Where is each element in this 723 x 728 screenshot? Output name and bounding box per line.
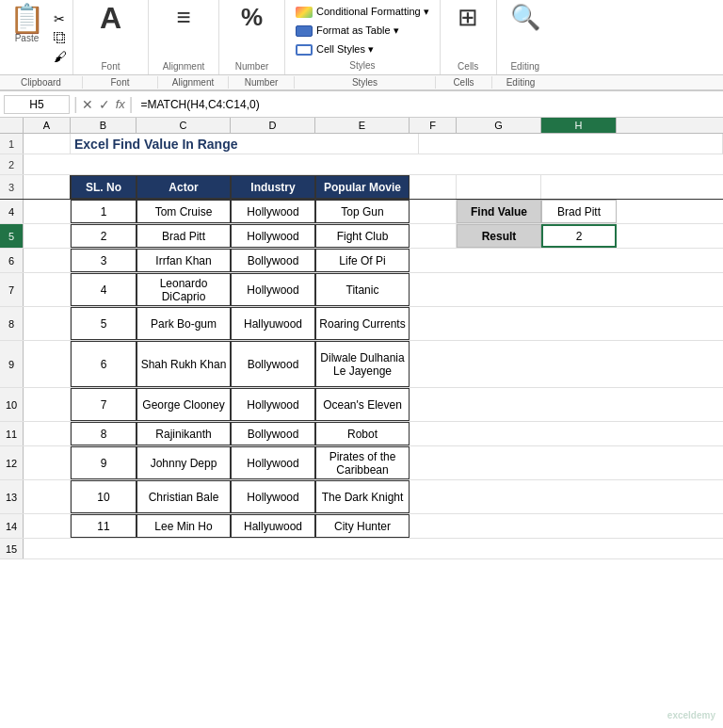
cell-e8[interactable]: Roaring Currents [315, 307, 410, 340]
col-header-e[interactable]: E [315, 118, 410, 133]
cell-e11[interactable]: Robot [315, 422, 410, 445]
sheet-row-11: 11 8 Rajinikanth Bollywood Robot [0, 422, 723, 446]
col-header-g[interactable]: G [457, 118, 541, 133]
cancel-formula-button[interactable]: ✕ [82, 97, 93, 112]
cell-e12[interactable]: Pirates of the Caribbean [315, 446, 410, 479]
cell-c4[interactable]: Tom Cruise [137, 200, 231, 223]
formula-input[interactable] [137, 96, 720, 113]
cell-d9[interactable]: Bollywood [231, 341, 315, 387]
col-header-b[interactable]: B [71, 118, 137, 133]
cell-d7[interactable]: Hollywood [231, 273, 315, 306]
cell-e14[interactable]: City Hunter [315, 514, 410, 538]
format-as-table-button[interactable]: Format as Table ▾ [293, 23, 432, 39]
col-header-c[interactable]: C [137, 118, 231, 133]
cell-a5[interactable] [24, 224, 71, 248]
cell-d4[interactable]: Hollywood [231, 200, 315, 223]
cell-c13[interactable]: Christian Bale [137, 480, 231, 513]
cell-d11[interactable]: Bollywood [231, 422, 315, 445]
cell-d5[interactable]: Hollywood [231, 224, 315, 248]
cell-e6[interactable]: Life Of Pi [315, 249, 410, 272]
cut-button[interactable]: ✂ [52, 10, 69, 27]
cell-c14[interactable]: Lee Min Ho [137, 514, 231, 538]
cell-b6[interactable]: 3 [71, 249, 137, 272]
cell-e13[interactable]: The Dark Knight [315, 480, 410, 513]
cell-g4-find-label[interactable]: Find Value [457, 200, 541, 223]
cell-b1[interactable]: Excel Find Value In Range [71, 134, 419, 154]
col-header-h[interactable]: H [541, 118, 617, 133]
cell-c9[interactable]: Shah Rukh Khan [137, 341, 231, 387]
cell-a12[interactable] [24, 446, 71, 479]
cell-a1[interactable] [24, 134, 71, 154]
cell-e5[interactable]: Fight Club [315, 224, 410, 248]
cell-d13[interactable]: Hollywood [231, 480, 315, 513]
cell-c12[interactable]: Johnny Depp [137, 446, 231, 479]
cell-e9[interactable]: Dilwale Dulhania Le Jayenge [315, 341, 410, 387]
cell-reference-box[interactable]: H5 [4, 95, 70, 114]
cell-b10[interactable]: 7 [71, 388, 137, 421]
format-painter-button[interactable]: 🖌 [52, 48, 69, 65]
cell-g5-result-label[interactable]: Result [457, 224, 541, 248]
cell-b14[interactable]: 11 [71, 514, 137, 538]
paste-button[interactable]: 📋 Paste [4, 3, 50, 72]
cell-c10[interactable]: George Clooney [137, 388, 231, 421]
cell-b7[interactable]: 4 [71, 273, 137, 306]
cell-a8[interactable] [24, 307, 71, 340]
cell-b8[interactable]: 5 [71, 307, 137, 340]
cell-a6[interactable] [24, 249, 71, 272]
cell-b11[interactable]: 8 [71, 422, 137, 445]
cell-d12[interactable]: Hollywood [231, 446, 315, 479]
row-num-9: 9 [0, 341, 24, 387]
sheet-row-8: 8 5 Park Bo-gum Hallyuwood Roaring Curre… [0, 307, 723, 341]
cell-c3[interactable]: Actor [137, 175, 231, 199]
cell-e10[interactable]: Ocean's Eleven [315, 388, 410, 421]
conditional-formatting-button[interactable]: Conditional Formatting ▾ [293, 4, 432, 20]
cell-a10[interactable] [24, 388, 71, 421]
cell-d10[interactable]: Hollywood [231, 388, 315, 421]
cell-c7[interactable]: Leonardo DiCaprio [137, 273, 231, 306]
cell-e4[interactable]: Top Gun [315, 200, 410, 223]
cell-a14[interactable] [24, 514, 71, 538]
cell-e3[interactable]: Popular Movie [315, 175, 410, 199]
cell-d6[interactable]: Bollywood [231, 249, 315, 272]
row-num-12: 12 [0, 446, 24, 479]
cell-b3[interactable]: SL. No [71, 175, 137, 199]
cell-a13[interactable] [24, 480, 71, 513]
confirm-formula-button[interactable]: ✓ [99, 97, 110, 112]
cell-c8[interactable]: Park Bo-gum [137, 307, 231, 340]
cell-rest-1 [419, 134, 723, 154]
cell-styles-button[interactable]: Cell Styles ▾ [293, 41, 432, 57]
cell-h5-result-value[interactable]: 2 [541, 224, 617, 248]
cell-h3 [541, 175, 617, 199]
cell-a3[interactable] [24, 175, 71, 199]
cell-b12[interactable]: 9 [71, 446, 137, 479]
rest-11 [410, 422, 723, 445]
cell-a7[interactable] [24, 273, 71, 306]
col-header-f[interactable]: F [410, 118, 457, 133]
rest-8 [410, 307, 723, 340]
copy-button[interactable]: ⿻ [52, 29, 69, 46]
row-num-10: 10 [0, 388, 24, 421]
cell-e7[interactable]: Titanic [315, 273, 410, 306]
sheet-row-14: 14 11 Lee Min Ho Hallyuwood City Hunter [0, 514, 723, 539]
cell-a11[interactable] [24, 422, 71, 445]
cell-h4-find-value[interactable]: Brad Pitt [541, 200, 617, 223]
cell-c6[interactable]: Irrfan Khan [137, 249, 231, 272]
styles-group-label: Styles [293, 60, 432, 71]
col-header-a[interactable]: A [24, 118, 71, 133]
cell-a4[interactable] [24, 200, 71, 223]
row-2-empty [24, 154, 723, 174]
insert-function-button[interactable]: fx [116, 97, 125, 112]
cell-c11[interactable]: Rajinikanth [137, 422, 231, 445]
rest-6 [410, 249, 723, 272]
cell-b4[interactable]: 1 [71, 200, 137, 223]
cell-a9[interactable] [24, 341, 71, 387]
row-num-15: 15 [0, 539, 24, 558]
cell-b13[interactable]: 10 [71, 480, 137, 513]
cell-d14[interactable]: Hallyuwood [231, 514, 315, 538]
cell-b5[interactable]: 2 [71, 224, 137, 248]
cell-d8[interactable]: Hallyuwood [231, 307, 315, 340]
cell-b9[interactable]: 6 [71, 341, 137, 387]
col-header-d[interactable]: D [231, 118, 315, 133]
cell-d3[interactable]: Industry [231, 175, 315, 199]
cell-c5[interactable]: Brad Pitt [137, 224, 231, 248]
